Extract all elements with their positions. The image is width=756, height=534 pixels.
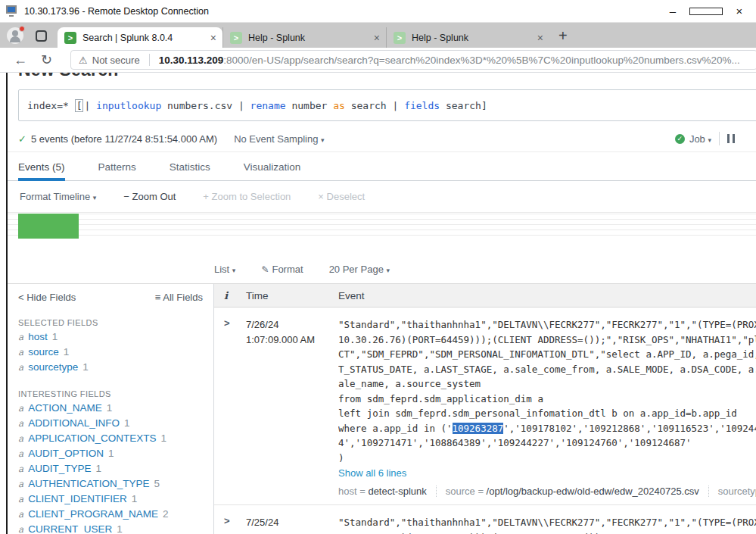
- chevron-down-icon: ▾: [232, 267, 236, 274]
- minimize-button[interactable]: –: [656, 0, 689, 23]
- toolbar-divider: [719, 132, 720, 145]
- tab-title: Search | Splunk 8.0.4: [82, 33, 206, 43]
- selected-text: 109263287: [453, 423, 504, 434]
- splunk-favicon-icon: >: [230, 32, 242, 44]
- tab-close-icon[interactable]: ×: [537, 32, 543, 44]
- url-text: 10.30.113.209:8000/en-US/app/search/sear…: [159, 55, 740, 66]
- per-page-dropdown[interactable]: 20 Per Page ▾: [329, 264, 390, 275]
- all-fields-link[interactable]: ≡ All Fields: [155, 292, 203, 303]
- field-item[interactable]: aAUTHENTICATION_TYPE5: [8, 476, 213, 491]
- field-item[interactable]: ahost1: [8, 329, 213, 344]
- job-status-row: ✓ 5 events (before 11/27/24 8:51:54.000 …: [8, 126, 756, 152]
- profile-icon[interactable]: [7, 27, 23, 44]
- chevron-down-icon: ▾: [321, 136, 325, 144]
- refresh-icon[interactable]: ↻: [41, 52, 52, 68]
- string-type-icon: a: [18, 494, 23, 504]
- expand-chevron-icon[interactable]: >: [214, 317, 246, 497]
- chevron-down-icon: ▾: [93, 194, 97, 201]
- field-item[interactable]: asourcetype1: [8, 359, 213, 374]
- pause-job-icon[interactable]: [727, 134, 735, 143]
- job-menu[interactable]: Job ▾: [689, 133, 711, 145]
- zoom-out-button[interactable]: − Zoom Out: [123, 191, 176, 202]
- field-item[interactable]: asource1: [8, 344, 213, 359]
- string-type-icon: a: [18, 509, 23, 520]
- result-summary: 5 events (before 11/27/24 8:51:54.000 AM…: [31, 133, 217, 145]
- bracket-highlight: [: [75, 99, 84, 112]
- field-item[interactable]: aAPPLICATION_CONTEXTS1: [8, 430, 213, 445]
- hide-fields-link[interactable]: < Hide Fields: [18, 292, 76, 303]
- format-timeline-dropdown[interactable]: Format Timeline ▾: [20, 191, 96, 202]
- tab-visualization[interactable]: Visualization: [244, 153, 301, 181]
- sourcetype-field[interactable]: sourcetype =: [708, 486, 756, 497]
- string-type-icon: a: [18, 403, 23, 414]
- string-type-icon: a: [18, 362, 23, 373]
- splunk-favicon-icon: >: [394, 32, 406, 44]
- string-type-icon: a: [18, 479, 23, 489]
- zoom-to-selection-button: + Zoom to Selection: [203, 191, 291, 202]
- field-item[interactable]: aADDITIONAL_INFO1: [8, 415, 213, 430]
- event-raw-text: "Standard","thaithanhnha1","DELTAVN\\FEC…: [338, 515, 756, 534]
- column-info: i: [214, 289, 246, 301]
- tab-events[interactable]: Events (5): [18, 153, 65, 181]
- back-icon[interactable]: ←: [14, 52, 27, 68]
- deselect-button: × Deselect: [318, 191, 365, 202]
- job-status-icon: ✓: [675, 134, 685, 144]
- list-view-dropdown[interactable]: List ▾: [214, 264, 235, 275]
- browser-tab-help-1[interactable]: > Help - Splunk ×: [222, 27, 386, 48]
- rdp-icon: [6, 5, 19, 17]
- event-timeline-chart[interactable]: [8, 212, 756, 240]
- tab-close-icon[interactable]: ×: [210, 32, 216, 44]
- timeline-toolbar: Format Timeline ▾ − Zoom Out + Zoom to S…: [8, 186, 756, 206]
- expand-chevron-icon[interactable]: >: [214, 515, 246, 534]
- browser-tab-search-splunk[interactable]: > Search | Splunk 8.0.4 ×: [58, 27, 222, 48]
- tab-statistics[interactable]: Statistics: [170, 153, 210, 181]
- event-field-values: host = detect-splunk source = /opt/log/b…: [338, 486, 756, 497]
- browser-tabstrip: > Search | Splunk 8.0.4 × > Help - Splun…: [0, 23, 756, 48]
- tab-overview-icon[interactable]: [36, 30, 47, 42]
- tab-title: Help - Splunk: [248, 33, 369, 43]
- success-check-icon: ✓: [18, 133, 26, 145]
- string-type-icon: a: [18, 524, 23, 534]
- search-query-input[interactable]: index=* [| inputlookup numbers.csv | ren…: [18, 89, 756, 121]
- source-field[interactable]: source = /opt/log/backup-edw/old-edw/edw…: [436, 486, 708, 497]
- field-item[interactable]: aCLIENT_IDENTIFIER1: [8, 491, 213, 506]
- splunk-page: New Search index=* [| inputlookup number…: [0, 73, 756, 534]
- rdp-titlebar: 10.30.173.96 - Remote Desktop Connection…: [0, 0, 756, 23]
- not-secure-warning-icon: ⚠: [79, 55, 88, 66]
- event-row: > 7/26/24 1:07:09.000 AM "Standard","tha…: [214, 308, 756, 505]
- event-time: 7/26/24 1:07:09.000 AM: [246, 317, 338, 497]
- address-bar[interactable]: ⚠ Not secure 10.30.113.209:8000/en-US/ap…: [70, 50, 756, 70]
- close-button[interactable]: ×: [723, 0, 756, 23]
- event-sampling-dropdown[interactable]: No Event Sampling ▾: [234, 133, 324, 145]
- tab-title: Help - Splunk: [412, 33, 533, 43]
- event-raw-text: "Standard","thaithanhnha1","DELTAVN\\FEC…: [338, 317, 756, 465]
- field-item[interactable]: aAUDIT_TYPE1: [8, 461, 213, 476]
- not-secure-label: Not secure: [92, 55, 140, 66]
- notification-dot-icon: [19, 26, 25, 32]
- field-item[interactable]: aCLIENT_PROGRAM_NAME2: [8, 506, 213, 521]
- browser-toolbar: ← ↻ ⚠ Not secure 10.30.113.209:8000/en-U…: [0, 48, 756, 73]
- browser-tab-help-2[interactable]: > Help - Splunk ×: [386, 27, 549, 48]
- field-item[interactable]: aACTION_NAME1: [8, 400, 213, 415]
- column-event: Event: [338, 290, 756, 301]
- timeline-bar[interactable]: [18, 214, 79, 239]
- show-all-lines-link[interactable]: Show all 6 lines: [338, 467, 406, 479]
- splunk-favicon-icon: >: [64, 32, 76, 44]
- new-tab-button[interactable]: +: [558, 28, 568, 43]
- result-tabs: Events (5) Patterns Statistics Visualiza…: [8, 153, 756, 181]
- field-item[interactable]: aAUDIT_OPTION1: [8, 445, 213, 461]
- field-item[interactable]: aCURRENT_USER1: [8, 521, 213, 534]
- event-row: > 7/25/24 10:30:26.000 AM "Standard","th…: [214, 505, 756, 534]
- window-controls: – ×: [656, 0, 756, 23]
- events-table-header: i Time Event: [214, 284, 756, 308]
- rdp-title: 10.30.173.96 - Remote Desktop Connection: [24, 6, 209, 17]
- tab-patterns[interactable]: Patterns: [98, 153, 136, 181]
- format-button[interactable]: ✎Format: [261, 264, 303, 275]
- fields-sidebar: < Hide Fields ≡ All Fields SELECTED FIEL…: [8, 284, 214, 534]
- events-table: i Time Event > 7/26/24 1:07:09.000 AM "S…: [214, 284, 756, 534]
- string-type-icon: a: [18, 418, 23, 429]
- host-field[interactable]: host = detect-splunk: [338, 486, 436, 497]
- maximize-button[interactable]: [689, 0, 723, 23]
- tab-close-icon[interactable]: ×: [374, 32, 380, 44]
- string-type-icon: a: [18, 347, 23, 358]
